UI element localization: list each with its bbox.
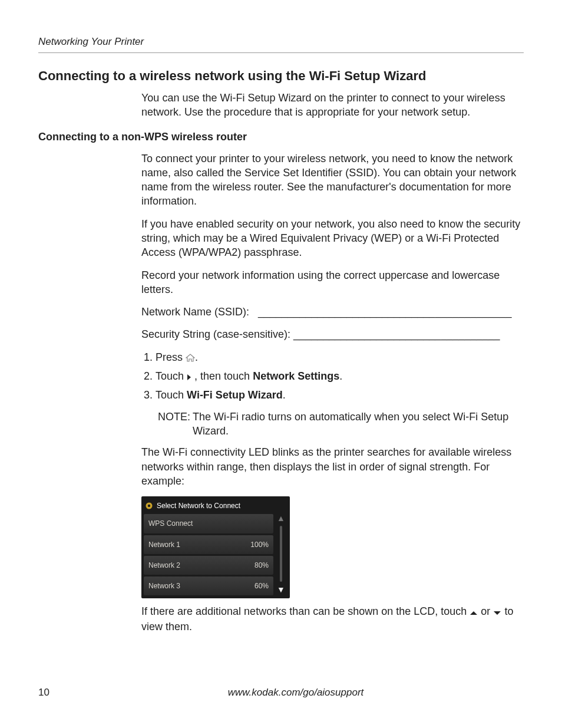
lcd-title-text: Select Network to Connect	[157, 501, 240, 510]
p5-text-a: If there are additional networks than ca…	[141, 605, 470, 617]
paragraph-record-info: Record your network information using th…	[141, 268, 524, 297]
footer-url: www.kodak.com/go/aiosupport	[68, 686, 524, 700]
header-rule	[38, 52, 524, 53]
step-2-bold: Network Settings	[253, 370, 339, 382]
home-icon	[186, 351, 195, 365]
paragraph-ssid-info: To connect your printer to your wireless…	[141, 151, 524, 209]
note-text: The Wi-Fi radio turns on automatically w…	[193, 410, 524, 439]
intro-paragraph: You can use the Wi-Fi Setup Wizard on th…	[141, 91, 524, 120]
svg-point-1	[148, 505, 150, 507]
step-2: Touch , then touch Network Settings.	[156, 369, 524, 384]
subsection-heading: Connecting to a non-WPS wireless router	[38, 130, 524, 144]
lcd-scroll-area: ▲ ▼	[273, 499, 287, 597]
section-heading: Connecting to a wireless network using t…	[38, 67, 524, 85]
lcd-row-name: Network 2	[148, 561, 180, 570]
page-footer: 10 www.kodak.com/go/aiosupport	[38, 686, 524, 700]
security-blank: ___________________________________	[293, 328, 500, 340]
down-triangle-icon	[493, 605, 501, 620]
lcd-row-name: Network 1	[148, 540, 180, 549]
ssid-label: Network Name (SSID):	[141, 306, 249, 318]
gear-icon	[145, 502, 153, 510]
lcd-row-name: WPS Connect	[148, 519, 193, 528]
lcd-row-wps: WPS Connect	[144, 514, 273, 533]
step-1: Press .	[156, 350, 524, 365]
paragraph-led: The Wi-Fi connectivity LED blinks as the…	[141, 445, 524, 488]
ssid-blank: ________________________________________…	[258, 306, 511, 318]
step-3-text-b: .	[283, 389, 286, 401]
p5-text-b: or	[481, 605, 493, 617]
security-label: Security String (case-sensitive):	[141, 328, 290, 340]
lcd-row-signal: 100%	[250, 540, 269, 549]
page-number: 10	[38, 686, 68, 700]
paragraph-security-info: If you have enabled security on your net…	[141, 217, 524, 260]
note-label: NOTE:	[158, 410, 190, 439]
lcd-screenshot: Select Network to Connect WPS Connect Ne…	[141, 496, 290, 598]
step-3: Touch Wi-Fi Setup Wizard.	[156, 388, 524, 402]
steps-list: Press . Touch , then touch Network Setti…	[141, 350, 524, 403]
up-arrow-icon: ▲	[277, 514, 285, 522]
note: NOTE: The Wi-Fi radio turns on automatic…	[158, 410, 524, 439]
paragraph-more-networks: If there are additional networks than ca…	[141, 604, 524, 634]
security-field-line: Security String (case-sensitive): ______…	[141, 327, 524, 341]
step-1-text-b: .	[195, 351, 198, 363]
step-2-text-c: .	[339, 370, 342, 382]
lcd-row-name: Network 3	[148, 581, 180, 591]
up-triangle-icon	[470, 605, 478, 620]
step-3-text-a: Touch	[156, 389, 187, 401]
lcd-row-signal: 80%	[254, 561, 269, 570]
step-2-text-a: Touch	[156, 370, 187, 382]
lcd-row-net2: Network 2 80%	[144, 556, 273, 575]
running-head: Networking Your Printer	[38, 35, 524, 49]
step-3-bold: Wi-Fi Setup Wizard	[187, 389, 283, 401]
ssid-field-line: Network Name (SSID): ___________________…	[141, 305, 524, 319]
lcd-scrollbar	[280, 526, 282, 582]
step-1-text-a: Press	[156, 351, 186, 363]
lcd-row-net1: Network 1 100%	[144, 535, 273, 554]
step-2-text-b: , then touch	[194, 370, 253, 382]
down-arrow-icon: ▼	[277, 585, 285, 594]
right-arrow-icon	[187, 370, 191, 384]
lcd-title-bar: Select Network to Connect	[144, 499, 273, 514]
lcd-row-net3: Network 3 60%	[144, 577, 273, 595]
lcd-row-signal: 60%	[254, 581, 269, 591]
